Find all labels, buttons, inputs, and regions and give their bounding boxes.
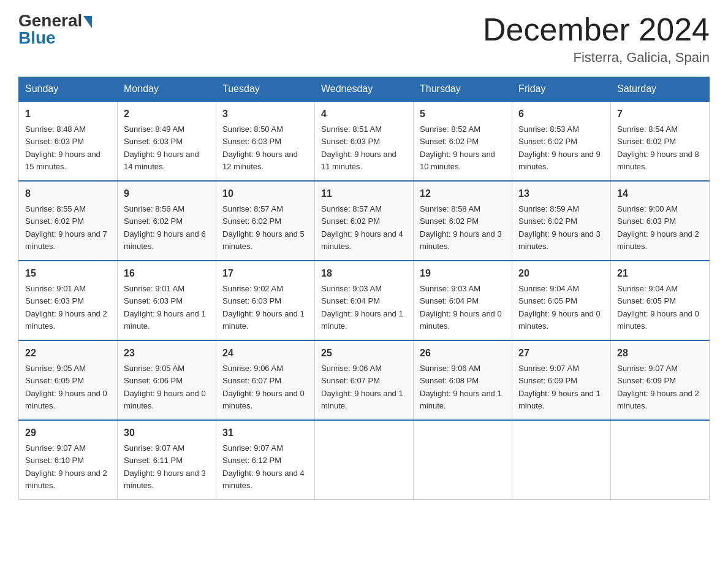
day-info: Sunrise: 9:04 AMSunset: 6:05 PMDaylight:… xyxy=(518,284,601,331)
day-number: 14 xyxy=(617,186,703,201)
day-number: 29 xyxy=(25,426,111,440)
day-info: Sunrise: 9:07 AMSunset: 6:09 PMDaylight:… xyxy=(518,364,601,410)
day-cell: 15Sunrise: 9:01 AMSunset: 6:03 PMDayligh… xyxy=(19,261,118,340)
day-number: 19 xyxy=(420,266,506,281)
day-info: Sunrise: 9:06 AMSunset: 6:07 PMDaylight:… xyxy=(321,364,403,410)
day-info: Sunrise: 8:59 AMSunset: 6:02 PMDaylight:… xyxy=(518,204,601,251)
day-info: Sunrise: 8:55 AMSunset: 6:02 PMDaylight:… xyxy=(25,204,107,251)
day-info: Sunrise: 9:07 AMSunset: 6:12 PMDaylight:… xyxy=(222,443,305,490)
col-header-sunday: Sunday xyxy=(19,77,118,102)
day-info: Sunrise: 8:57 AMSunset: 6:02 PMDaylight:… xyxy=(321,204,403,251)
day-number: 24 xyxy=(222,346,308,361)
day-cell: 27Sunrise: 9:07 AMSunset: 6:09 PMDayligh… xyxy=(512,340,611,420)
day-number: 20 xyxy=(518,266,604,281)
day-info: Sunrise: 8:51 AMSunset: 6:03 PMDaylight:… xyxy=(321,124,396,171)
day-number: 16 xyxy=(124,266,210,281)
location-text: Fisterra, Galicia, Spain xyxy=(483,50,710,66)
day-cell xyxy=(315,420,414,500)
day-info: Sunrise: 8:48 AMSunset: 6:03 PMDaylight:… xyxy=(25,124,100,171)
day-number: 21 xyxy=(617,266,703,281)
day-number: 1 xyxy=(25,107,111,121)
day-number: 22 xyxy=(25,346,111,361)
day-number: 11 xyxy=(321,186,407,201)
day-cell: 28Sunrise: 9:07 AMSunset: 6:09 PMDayligh… xyxy=(611,340,710,420)
day-cell: 16Sunrise: 9:01 AMSunset: 6:03 PMDayligh… xyxy=(118,261,216,340)
week-row-5: 29Sunrise: 9:07 AMSunset: 6:10 PMDayligh… xyxy=(19,420,710,500)
day-number: 31 xyxy=(222,426,308,440)
day-number: 3 xyxy=(222,107,308,121)
day-cell: 8Sunrise: 8:55 AMSunset: 6:02 PMDaylight… xyxy=(19,181,118,261)
day-cell: 3Sunrise: 8:50 AMSunset: 6:03 PMDaylight… xyxy=(216,101,315,181)
day-info: Sunrise: 8:58 AMSunset: 6:02 PMDaylight:… xyxy=(420,204,502,251)
col-header-monday: Monday xyxy=(118,77,216,102)
day-cell: 21Sunrise: 9:04 AMSunset: 6:05 PMDayligh… xyxy=(611,261,710,340)
day-number: 4 xyxy=(321,107,407,121)
day-number: 27 xyxy=(518,346,604,361)
day-cell xyxy=(414,420,512,500)
day-cell: 9Sunrise: 8:56 AMSunset: 6:02 PMDaylight… xyxy=(118,181,216,261)
logo-text: General xyxy=(18,12,92,29)
day-cell: 12Sunrise: 8:58 AMSunset: 6:02 PMDayligh… xyxy=(414,181,512,261)
day-info: Sunrise: 9:07 AMSunset: 6:10 PMDaylight:… xyxy=(25,443,107,490)
col-header-wednesday: Wednesday xyxy=(315,77,414,102)
day-number: 18 xyxy=(321,266,407,281)
day-info: Sunrise: 8:50 AMSunset: 6:03 PMDaylight:… xyxy=(222,124,298,171)
day-cell: 25Sunrise: 9:06 AMSunset: 6:07 PMDayligh… xyxy=(315,340,414,420)
day-number: 2 xyxy=(124,107,210,121)
day-cell: 1Sunrise: 8:48 AMSunset: 6:03 PMDaylight… xyxy=(19,101,118,181)
week-row-4: 22Sunrise: 9:05 AMSunset: 6:05 PMDayligh… xyxy=(19,340,710,420)
col-header-thursday: Thursday xyxy=(414,77,512,102)
day-number: 28 xyxy=(617,346,703,361)
logo-general-text: General xyxy=(18,12,82,29)
day-number: 7 xyxy=(617,107,703,121)
day-cell xyxy=(611,420,710,500)
day-cell: 30Sunrise: 9:07 AMSunset: 6:11 PMDayligh… xyxy=(118,420,216,500)
day-number: 6 xyxy=(518,107,604,121)
day-cell: 18Sunrise: 9:03 AMSunset: 6:04 PMDayligh… xyxy=(315,261,414,340)
day-info: Sunrise: 9:02 AMSunset: 6:03 PMDaylight:… xyxy=(222,284,305,331)
week-row-2: 8Sunrise: 8:55 AMSunset: 6:02 PMDaylight… xyxy=(19,181,710,261)
day-number: 13 xyxy=(518,186,604,201)
day-cell xyxy=(512,420,611,500)
day-cell: 23Sunrise: 9:05 AMSunset: 6:06 PMDayligh… xyxy=(118,340,216,420)
day-cell: 20Sunrise: 9:04 AMSunset: 6:05 PMDayligh… xyxy=(512,261,611,340)
week-row-1: 1Sunrise: 8:48 AMSunset: 6:03 PMDaylight… xyxy=(19,101,710,181)
day-cell: 10Sunrise: 8:57 AMSunset: 6:02 PMDayligh… xyxy=(216,181,315,261)
day-info: Sunrise: 8:53 AMSunset: 6:02 PMDaylight:… xyxy=(518,124,601,171)
day-cell: 19Sunrise: 9:03 AMSunset: 6:04 PMDayligh… xyxy=(414,261,512,340)
day-info: Sunrise: 9:01 AMSunset: 6:03 PMDaylight:… xyxy=(124,284,206,331)
day-number: 25 xyxy=(321,346,407,361)
day-info: Sunrise: 9:01 AMSunset: 6:03 PMDaylight:… xyxy=(25,284,107,331)
day-cell: 2Sunrise: 8:49 AMSunset: 6:03 PMDaylight… xyxy=(118,101,216,181)
day-number: 30 xyxy=(124,426,210,440)
day-info: Sunrise: 9:07 AMSunset: 6:11 PMDaylight:… xyxy=(124,443,206,490)
day-cell: 24Sunrise: 9:06 AMSunset: 6:07 PMDayligh… xyxy=(216,340,315,420)
day-info: Sunrise: 8:52 AMSunset: 6:02 PMDaylight:… xyxy=(420,124,495,171)
day-info: Sunrise: 9:06 AMSunset: 6:08 PMDaylight:… xyxy=(420,364,502,410)
day-number: 12 xyxy=(420,186,506,201)
day-info: Sunrise: 9:03 AMSunset: 6:04 PMDaylight:… xyxy=(321,284,403,331)
col-header-saturday: Saturday xyxy=(611,77,710,102)
logo: General Blue xyxy=(18,12,92,48)
page-header: General Blue December 2024 Fisterra, Gal… xyxy=(18,12,710,66)
day-info: Sunrise: 8:56 AMSunset: 6:02 PMDaylight:… xyxy=(124,204,206,251)
day-number: 5 xyxy=(420,107,506,121)
day-info: Sunrise: 9:05 AMSunset: 6:06 PMDaylight:… xyxy=(124,364,206,410)
title-block: December 2024 Fisterra, Galicia, Spain xyxy=(483,12,710,66)
day-info: Sunrise: 8:54 AMSunset: 6:02 PMDaylight:… xyxy=(617,124,699,171)
day-number: 9 xyxy=(124,186,210,201)
logo-blue-text: Blue xyxy=(18,28,56,48)
calendar-table: SundayMondayTuesdayWednesdayThursdayFrid… xyxy=(18,77,710,500)
day-cell: 17Sunrise: 9:02 AMSunset: 6:03 PMDayligh… xyxy=(216,261,315,340)
day-info: Sunrise: 8:57 AMSunset: 6:02 PMDaylight:… xyxy=(222,204,305,251)
month-title: December 2024 xyxy=(483,12,710,47)
logo-arrow-icon xyxy=(83,16,92,28)
day-number: 26 xyxy=(420,346,506,361)
day-cell: 13Sunrise: 8:59 AMSunset: 6:02 PMDayligh… xyxy=(512,181,611,261)
day-info: Sunrise: 9:03 AMSunset: 6:04 PMDaylight:… xyxy=(420,284,502,331)
col-header-friday: Friday xyxy=(512,77,611,102)
day-cell: 6Sunrise: 8:53 AMSunset: 6:02 PMDaylight… xyxy=(512,101,611,181)
day-number: 23 xyxy=(124,346,210,361)
day-info: Sunrise: 9:04 AMSunset: 6:05 PMDaylight:… xyxy=(617,284,699,331)
day-info: Sunrise: 9:06 AMSunset: 6:07 PMDaylight:… xyxy=(222,364,305,410)
